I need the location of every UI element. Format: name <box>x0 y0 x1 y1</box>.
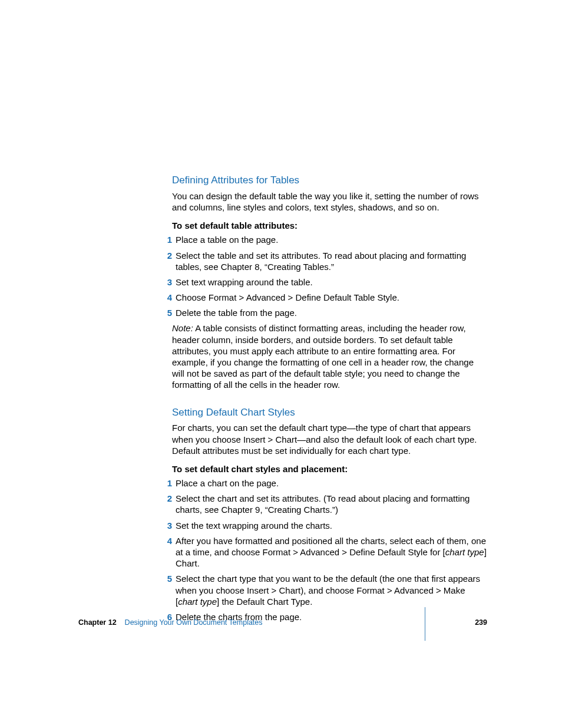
document-page: Defining Attributes for Tables You can d… <box>0 0 562 728</box>
body-content: Defining Attributes for Tables You can d… <box>162 174 487 622</box>
step-item: 5 Select the chart type that you want to… <box>162 573 487 607</box>
procedure-subhead: To set default table attributes: <box>172 220 487 231</box>
step-item: 3 Set the text wrapping around the chart… <box>162 520 487 531</box>
step-number: 1 <box>162 477 172 489</box>
footer-rule <box>425 607 425 641</box>
step-text: After you have formatted and positioned … <box>172 535 487 569</box>
procedure-subhead: To set default chart styles and placemen… <box>172 463 487 475</box>
step-text: Choose Format > Advanced > Define Defaul… <box>172 292 487 303</box>
step-number: 3 <box>162 276 172 288</box>
step-number: 5 <box>162 307 172 318</box>
step-number: 2 <box>162 493 172 515</box>
step-text: Set the text wrapping around the charts. <box>172 520 487 531</box>
section-heading: Defining Attributes for Tables <box>172 174 487 187</box>
step-item: 5 Delete the table from the page. <box>162 307 487 318</box>
step-number: 4 <box>162 535 172 569</box>
step-item: 3 Set text wrapping around the table. <box>162 276 487 288</box>
step-item: 4 After you have formatted and positione… <box>162 535 487 569</box>
step-number: 5 <box>162 573 172 607</box>
step-number: 3 <box>162 520 172 531</box>
step-item: 1 Place a table on the page. <box>162 234 487 245</box>
step-item: 2 Select the chart and set its attribute… <box>162 493 487 515</box>
step-text: Delete the table from the page. <box>172 307 487 318</box>
step-text: Place a chart on the page. <box>172 477 487 489</box>
page-footer: Chapter 12 Designing Your Own Document T… <box>0 618 562 627</box>
step-item: 4 Choose Format > Advanced > Define Defa… <box>162 292 487 303</box>
step-text: Set text wrapping around the table. <box>172 276 487 288</box>
note-body: A table consists of distinct formatting … <box>172 323 474 390</box>
footer-chapter: Chapter 12 <box>78 618 117 627</box>
step-item: 2 Select the table and set its attribute… <box>162 250 487 272</box>
intro-paragraph: For charts, you can set the default char… <box>172 422 487 456</box>
step-number: 2 <box>162 250 172 272</box>
page-number: 239 <box>475 618 487 627</box>
step-text: Select the chart type that you want to b… <box>172 573 487 607</box>
step-number: 1 <box>162 234 172 245</box>
intro-paragraph: You can design the default table the way… <box>172 190 487 213</box>
note-paragraph: Note: A table consists of distinct forma… <box>172 322 487 390</box>
step-text: Place a table on the page. <box>172 234 487 245</box>
step-item: 1 Place a chart on the page. <box>162 477 487 489</box>
section-heading: Setting Default Chart Styles <box>172 406 487 419</box>
italic-term: chart type <box>445 547 484 557</box>
step-number: 4 <box>162 292 172 303</box>
step-text: Select the chart and set its attributes.… <box>172 493 487 515</box>
italic-term: chart type <box>178 597 217 607</box>
step-text: Select the table and set its attributes.… <box>172 250 487 272</box>
note-label: Note: <box>172 323 193 333</box>
footer-title: Designing Your Own Document Templates <box>125 618 475 627</box>
